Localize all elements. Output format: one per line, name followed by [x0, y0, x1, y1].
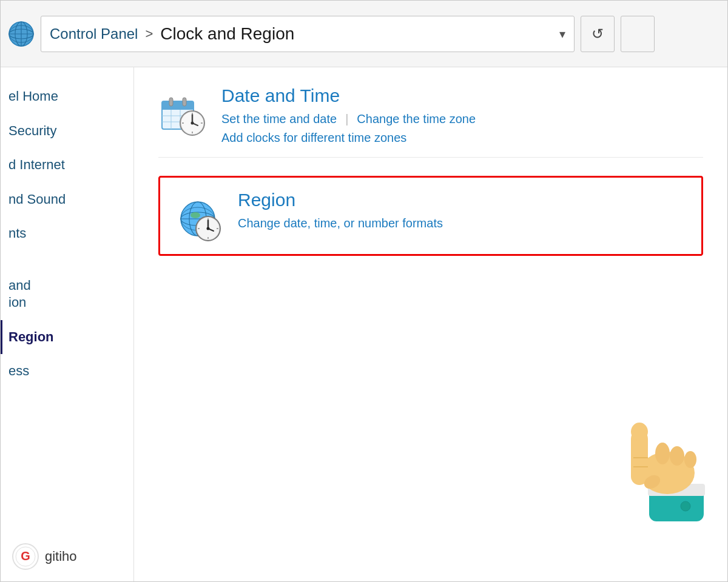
region-section[interactable]: Region Change date, time, or number form… [158, 176, 703, 256]
set-time-date-link[interactable]: Set the time and date [221, 112, 337, 126]
gitiho-name: gitiho [45, 549, 77, 564]
sidebar-item-nts[interactable]: nts [1, 216, 133, 251]
svg-point-19 [191, 122, 194, 125]
date-time-section: Date and Time Set the time and date | Ch… [158, 85, 703, 158]
pointer-hand [595, 412, 728, 534]
sidebar-item-sound[interactable]: nd Sound [1, 182, 133, 217]
sidebar-item-security[interactable]: Security [1, 114, 133, 149]
region-description-link[interactable]: Change date, time, or number formats [238, 216, 443, 230]
sidebar-ess-label: ess [8, 363, 29, 378]
svg-point-35 [207, 227, 210, 230]
branding: G gitiho [12, 543, 77, 570]
add-clocks-link[interactable]: Add clocks for different time zones [221, 131, 406, 144]
svg-point-45 [631, 423, 648, 441]
svg-text:G: G [21, 549, 30, 563]
date-time-icon [158, 89, 207, 138]
dropdown-icon[interactable]: ▾ [559, 27, 565, 41]
breadcrumb-clock-region: Clock and Region [160, 24, 294, 44]
svg-rect-13 [169, 98, 173, 106]
sidebar-sound-label: nd Sound [8, 192, 66, 207]
sidebar-item-internet[interactable]: d Internet [1, 148, 133, 182]
gitiho-logo: G [12, 543, 39, 570]
svg-point-42 [681, 501, 690, 511]
svg-point-29 [190, 212, 200, 218]
svg-rect-14 [183, 98, 186, 106]
region-icon [175, 193, 223, 242]
add-clocks-link-row: Add clocks for different time zones [221, 131, 703, 145]
svg-point-50 [684, 451, 696, 468]
sidebar-and-ion-label: and ion [8, 278, 31, 310]
globe-icon [8, 21, 35, 47]
sidebar-item-and-ion[interactable]: and ion [1, 251, 133, 320]
sidebar-security-label: Security [8, 123, 56, 138]
breadcrumb-control-panel[interactable]: Control Panel [50, 25, 138, 42]
date-time-title[interactable]: Date and Time [221, 85, 703, 106]
address-bar: Control Panel > Clock and Region ▾ ↺ [1, 1, 727, 67]
sidebar-item-region[interactable]: Region [1, 320, 133, 355]
control-panel-window: Control Panel > Clock and Region ▾ ↺ el … [0, 0, 728, 582]
breadcrumb[interactable]: Control Panel > Clock and Region ▾ [41, 16, 575, 52]
sidebar-region-label: Region [8, 329, 54, 344]
svg-rect-8 [162, 106, 194, 110]
refresh-button[interactable]: ↺ [581, 16, 615, 52]
extra-button[interactable] [621, 16, 655, 52]
sidebar-nts-label: nts [8, 226, 26, 241]
sidebar-panel-home-label: el Home [8, 89, 58, 104]
sidebar: el Home Security d Internet nd Sound nts… [1, 67, 134, 581]
svg-point-49 [670, 446, 684, 466]
link-divider-1: | [345, 112, 348, 126]
region-title[interactable]: Region [238, 190, 687, 210]
sidebar-internet-label: d Internet [8, 157, 65, 172]
region-content: Region Change date, time, or number form… [238, 190, 687, 230]
change-time-zone-link[interactable]: Change the time zone [357, 112, 476, 126]
sidebar-item-ess[interactable]: ess [1, 354, 133, 389]
breadcrumb-separator: > [145, 26, 153, 42]
date-time-content: Date and Time Set the time and date | Ch… [221, 85, 703, 145]
refresh-icon: ↺ [592, 25, 604, 42]
svg-point-48 [655, 443, 670, 464]
date-time-links: Set the time and date | Change the time … [221, 112, 703, 126]
sidebar-item-panel-home[interactable]: el Home [1, 79, 133, 114]
